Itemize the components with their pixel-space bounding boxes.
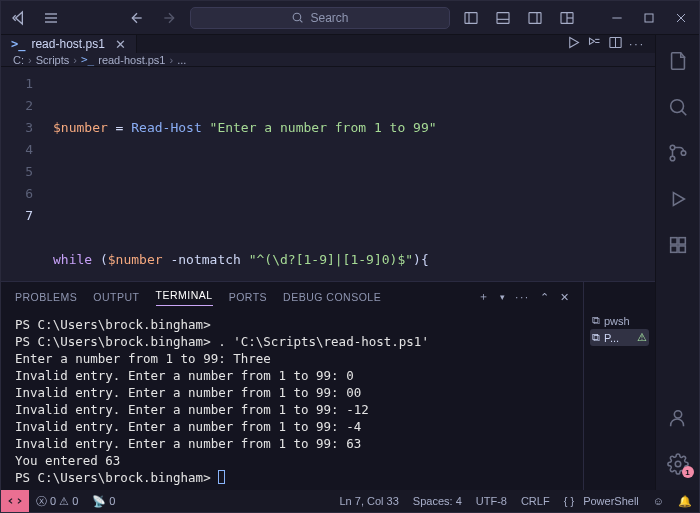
editor-actions: ··· [566,35,655,53]
tab-filename: read-host.ps1 [31,37,104,51]
svg-rect-31 [670,246,676,252]
svg-marker-29 [673,193,684,206]
terminal-output[interactable]: PS C:\Users\brock.bingham>PS C:\Users\br… [1,312,583,490]
language-mode-status[interactable]: { } PowerShell [557,495,646,507]
terminal-sessions: ⧉pwsh ⧉P...⚠ [583,282,655,490]
layout-left-icon[interactable] [457,4,485,32]
tab-close-icon[interactable]: ✕ [115,37,126,52]
terminal-cursor [218,470,225,484]
editor-tabs: >_ read-host.ps1 ✕ ··· [1,35,655,53]
layout-right-icon[interactable] [521,4,549,32]
problems-status[interactable]: ⓧ0⚠0 [29,490,85,512]
antenna-icon: 📡 [92,495,106,508]
source-control-icon[interactable] [656,133,700,173]
terminal-dropdown-icon[interactable]: ▾ [500,292,506,302]
svg-point-34 [674,411,681,418]
breadcrumb-segment[interactable]: Scripts [36,54,70,66]
command-center-search[interactable]: Search [190,7,450,29]
panel-maximize-icon[interactable]: ⌃ [540,291,550,303]
svg-rect-33 [678,238,684,244]
chevron-right-icon: › [169,54,173,66]
braces-icon: { } [564,495,574,507]
status-bar: ⓧ0⚠0 📡0 Ln 7, Col 33 Spaces: 4 UTF-8 CRL… [1,490,699,512]
indentation-status[interactable]: Spaces: 4 [406,495,469,507]
layout-bottom-icon[interactable] [489,4,517,32]
line-gutter: 1234567 [1,67,45,281]
panel-more-icon[interactable]: ··· [515,291,530,303]
breadcrumb-segment[interactable]: C: [13,54,24,66]
split-editor-icon[interactable] [608,35,623,53]
window-maximize-icon[interactable] [635,4,663,32]
svg-rect-32 [678,246,684,252]
svg-point-28 [681,151,686,156]
breadcrumbs[interactable]: C:› Scripts› >_ read-host.ps1› ... [1,53,655,67]
breadcrumb-segment[interactable]: read-host.ps1 [98,54,165,66]
svg-rect-9 [529,12,541,23]
settings-gear-icon[interactable]: 1 [656,444,700,484]
svg-line-25 [681,111,686,116]
encoding-status[interactable]: UTF-8 [469,495,514,507]
notifications-icon[interactable]: 🔔 [671,495,699,508]
new-terminal-icon[interactable]: ＋ [478,290,490,304]
powershell-file-icon: >_ [81,53,94,66]
window-close-icon[interactable] [667,4,695,32]
chevron-right-icon: › [73,54,77,66]
nav-forward-icon[interactable] [155,4,183,32]
powershell-file-icon: >_ [11,37,25,51]
search-icon [291,11,304,24]
remote-indicator[interactable] [1,490,29,512]
svg-point-24 [670,100,683,113]
warning-icon: ⚠ [59,495,69,508]
activity-bar: 1 [655,35,699,490]
explorer-icon[interactable] [656,41,700,81]
svg-rect-7 [497,12,509,23]
error-icon: ⓧ [36,494,47,509]
cursor-position[interactable]: Ln 7, Col 33 [333,495,406,507]
notification-badge: 1 [682,466,694,478]
svg-rect-5 [465,12,477,23]
svg-point-3 [294,13,302,21]
search-placeholder: Search [310,11,348,25]
ports-status[interactable]: 📡0 [85,490,122,512]
run-icon[interactable] [566,35,581,53]
run-debug-icon[interactable] [656,179,700,219]
bottom-panel: PROBLEMS OUTPUT TERMINAL PORTS DEBUG CON… [1,281,655,490]
run-config-icon[interactable] [587,35,602,53]
svg-point-26 [670,145,675,150]
terminal-session-active[interactable]: ⧉P...⚠ [590,329,649,346]
svg-line-4 [301,20,303,22]
nav-back-icon[interactable] [123,4,151,32]
menu-icon[interactable] [37,4,65,32]
chevron-right-icon: › [28,54,32,66]
svg-rect-30 [670,238,676,244]
panel-tabs: PROBLEMS OUTPUT TERMINAL PORTS DEBUG CON… [1,282,583,312]
svg-point-35 [675,461,681,467]
panel-tab-ports[interactable]: PORTS [229,291,267,303]
tab-read-host[interactable]: >_ read-host.ps1 ✕ [1,35,137,53]
terminal-icon: ⧉ [592,314,600,327]
breadcrumb-segment[interactable]: ... [177,54,186,66]
terminal-icon: ⧉ [592,331,600,344]
more-actions-icon[interactable]: ··· [629,37,645,51]
layout-customize-icon[interactable] [553,4,581,32]
window-minimize-icon[interactable] [603,4,631,32]
eol-status[interactable]: CRLF [514,495,557,507]
accounts-icon[interactable] [656,398,700,438]
panel-tab-debug[interactable]: DEBUG CONSOLE [283,291,381,303]
warning-icon: ⚠ [637,331,647,344]
feedback-icon[interactable]: ☺ [646,495,671,507]
svg-point-27 [670,156,675,161]
search-icon[interactable] [656,87,700,127]
panel-tab-terminal[interactable]: TERMINAL [156,289,213,306]
vscode-logo-icon [5,4,33,32]
panel-close-icon[interactable]: ✕ [560,291,570,303]
svg-marker-19 [589,38,594,44]
terminal-session-pwsh[interactable]: ⧉pwsh [590,312,649,329]
panel-tab-problems[interactable]: PROBLEMS [15,291,77,303]
panel-tab-output[interactable]: OUTPUT [93,291,139,303]
titlebar: Search [1,1,699,35]
extensions-icon[interactable] [656,225,700,265]
code-editor[interactable]: 1234567 $number = Read-Host "Enter a num… [1,67,655,281]
svg-marker-18 [570,38,579,48]
code-content[interactable]: $number = Read-Host "Enter a number from… [45,67,655,281]
